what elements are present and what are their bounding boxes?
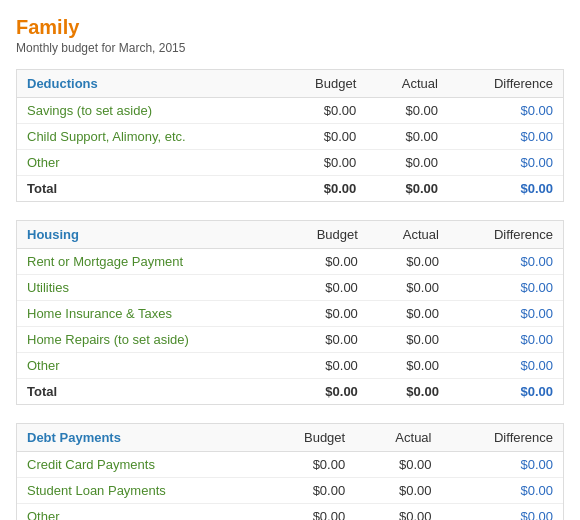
row-actual: $0.00 — [368, 327, 449, 353]
row-actual: $0.00 — [366, 98, 448, 124]
row-label: Credit Card Payments — [17, 452, 261, 478]
total-budget: $0.00 — [280, 379, 368, 405]
row-diff: $0.00 — [449, 327, 563, 353]
total-diff: $0.00 — [448, 176, 563, 202]
table-row: Other$0.00$0.00$0.00 — [17, 353, 563, 379]
row-label: Other — [17, 504, 261, 521]
total-diff: $0.00 — [449, 379, 563, 405]
row-label: Rent or Mortgage Payment — [17, 249, 280, 275]
col-header-debt-payments-1: Actual — [355, 424, 441, 452]
col-header-deductions-1: Actual — [366, 70, 448, 98]
total-label: Total — [17, 379, 280, 405]
table-row: Other$0.00$0.00$0.00 — [17, 150, 563, 176]
row-actual: $0.00 — [366, 150, 448, 176]
table-row: Utilities$0.00$0.00$0.00 — [17, 275, 563, 301]
row-actual: $0.00 — [368, 249, 449, 275]
total-label: Total — [17, 176, 277, 202]
row-budget: $0.00 — [277, 98, 366, 124]
row-actual: $0.00 — [368, 301, 449, 327]
row-budget: $0.00 — [280, 353, 368, 379]
col-header-deductions-2: Difference — [448, 70, 563, 98]
row-budget: $0.00 — [261, 478, 355, 504]
row-budget: $0.00 — [261, 504, 355, 521]
row-actual: $0.00 — [368, 353, 449, 379]
row-diff: $0.00 — [448, 98, 563, 124]
row-actual: $0.00 — [355, 478, 441, 504]
total-row: Total$0.00$0.00$0.00 — [17, 176, 563, 202]
row-budget: $0.00 — [280, 327, 368, 353]
section-header-debt-payments: Debt Payments — [17, 424, 261, 452]
row-budget: $0.00 — [277, 150, 366, 176]
table-row: Rent or Mortgage Payment$0.00$0.00$0.00 — [17, 249, 563, 275]
row-diff: $0.00 — [449, 353, 563, 379]
section-header-deductions: Deductions — [17, 70, 277, 98]
row-actual: $0.00 — [355, 452, 441, 478]
col-header-debt-payments-2: Difference — [442, 424, 564, 452]
section-deductions: DeductionsBudgetActualDifferenceSavings … — [16, 69, 564, 202]
table-row: Student Loan Payments$0.00$0.00$0.00 — [17, 478, 563, 504]
col-header-deductions-0: Budget — [277, 70, 366, 98]
row-label: Home Repairs (to set aside) — [17, 327, 280, 353]
total-row: Total$0.00$0.00$0.00 — [17, 379, 563, 405]
row-label: Student Loan Payments — [17, 478, 261, 504]
page-title: Family — [16, 16, 564, 39]
row-diff: $0.00 — [442, 478, 564, 504]
col-header-housing-1: Actual — [368, 221, 449, 249]
row-label: Utilities — [17, 275, 280, 301]
section-header-housing: Housing — [17, 221, 280, 249]
total-actual: $0.00 — [368, 379, 449, 405]
total-actual: $0.00 — [366, 176, 448, 202]
section-housing: HousingBudgetActualDifferenceRent or Mor… — [16, 220, 564, 405]
table-row: Home Insurance & Taxes$0.00$0.00$0.00 — [17, 301, 563, 327]
row-actual: $0.00 — [368, 275, 449, 301]
row-budget: $0.00 — [280, 275, 368, 301]
table-row: Child Support, Alimony, etc.$0.00$0.00$0… — [17, 124, 563, 150]
row-diff: $0.00 — [449, 301, 563, 327]
row-diff: $0.00 — [448, 150, 563, 176]
col-header-debt-payments-0: Budget — [261, 424, 355, 452]
total-budget: $0.00 — [277, 176, 366, 202]
row-label: Savings (to set aside) — [17, 98, 277, 124]
section-debt-payments: Debt PaymentsBudgetActualDifferenceCredi… — [16, 423, 564, 520]
table-row: Credit Card Payments$0.00$0.00$0.00 — [17, 452, 563, 478]
table-row: Other$0.00$0.00$0.00 — [17, 504, 563, 521]
row-budget: $0.00 — [280, 301, 368, 327]
col-header-housing-2: Difference — [449, 221, 563, 249]
row-diff: $0.00 — [449, 275, 563, 301]
row-label: Child Support, Alimony, etc. — [17, 124, 277, 150]
row-label: Other — [17, 353, 280, 379]
row-diff: $0.00 — [449, 249, 563, 275]
table-row: Home Repairs (to set aside)$0.00$0.00$0.… — [17, 327, 563, 353]
row-diff: $0.00 — [442, 504, 564, 521]
row-label: Home Insurance & Taxes — [17, 301, 280, 327]
row-actual: $0.00 — [366, 124, 448, 150]
subtitle: Monthly budget for March, 2015 — [16, 41, 564, 55]
row-budget: $0.00 — [280, 249, 368, 275]
row-diff: $0.00 — [448, 124, 563, 150]
table-row: Savings (to set aside)$0.00$0.00$0.00 — [17, 98, 563, 124]
row-diff: $0.00 — [442, 452, 564, 478]
col-header-housing-0: Budget — [280, 221, 368, 249]
row-budget: $0.00 — [261, 452, 355, 478]
row-label: Other — [17, 150, 277, 176]
row-budget: $0.00 — [277, 124, 366, 150]
row-actual: $0.00 — [355, 504, 441, 521]
